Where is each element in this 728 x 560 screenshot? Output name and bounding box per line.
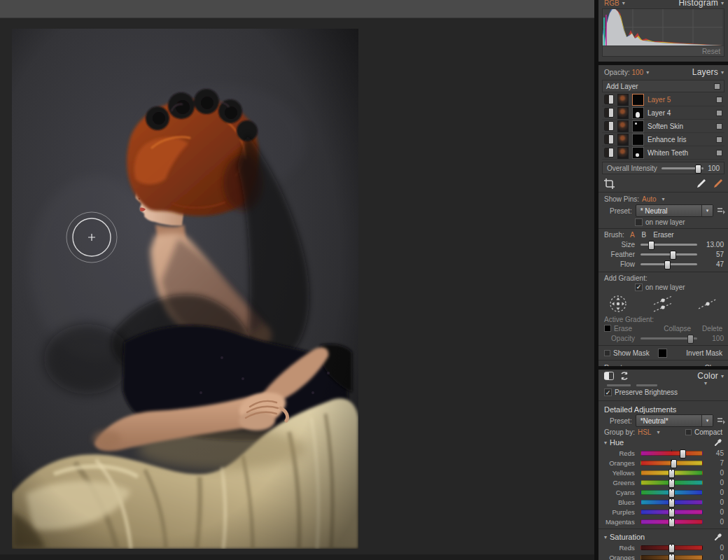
- erase-label: Erase: [614, 325, 632, 332]
- saturation-oranges-slider[interactable]: [640, 555, 703, 560]
- dropdown-arrow-icon[interactable]: ▾: [701, 415, 713, 426]
- layer-menu-icon[interactable]: [716, 136, 722, 143]
- eyedropper-icon[interactable]: [714, 533, 722, 541]
- feather-slider[interactable]: [640, 253, 697, 255]
- feather-slider-label: Feather: [598, 251, 635, 258]
- brush-eraser-button[interactable]: Eraser: [653, 231, 673, 239]
- radial-gradient-icon[interactable]: [608, 294, 628, 314]
- hue-yellows-slider[interactable]: [640, 470, 703, 475]
- gradient-on-new-layer-label: on new layer: [645, 284, 685, 291]
- compact-checkbox[interactable]: [685, 429, 692, 435]
- histogram-reset-button[interactable]: Reset: [702, 48, 720, 55]
- chevron-down-icon: ▾: [721, 0, 724, 6]
- dropdown-arrow-icon[interactable]: ▾: [701, 205, 713, 216]
- preset-menu-icon[interactable]: [717, 206, 725, 215]
- histogram-panel-header[interactable]: Histogram ▾: [679, 0, 724, 8]
- histogram-channel-selector[interactable]: RGB ▾: [604, 0, 625, 7]
- hue-reds-slider[interactable]: [640, 451, 703, 456]
- flow-slider[interactable]: [640, 263, 697, 265]
- layer-mask-thumbnail[interactable]: [632, 94, 644, 106]
- gradient-on-new-layer-checkbox[interactable]: ✓: [635, 284, 643, 291]
- layer-name[interactable]: Enhance Iris: [648, 136, 713, 144]
- layer-row-soften-skin[interactable]: Soften Skin: [602, 120, 724, 133]
- brush-b-button[interactable]: B: [642, 231, 647, 239]
- add-layer-button[interactable]: Add Layer: [602, 80, 724, 92]
- active-brush-icon[interactable]: [713, 178, 722, 188]
- layer-visibility-icon[interactable]: [604, 108, 614, 118]
- show-pins-control[interactable]: Show Pins: Auto ▾: [598, 194, 728, 204]
- layer-row-layer5[interactable]: Layer 5: [602, 93, 724, 106]
- layers-panel: Opacity: 100 ▾ Layers ▾ Add Layer Layer …: [598, 65, 728, 366]
- hue-blues-slider[interactable]: [640, 500, 703, 505]
- crop-icon[interactable]: [604, 178, 615, 189]
- portrait-photo-canvas[interactable]: [12, 29, 358, 549]
- layer-visibility-icon[interactable]: [604, 134, 614, 144]
- hue-magentas-slider[interactable]: [640, 519, 703, 524]
- histogram-plot: [603, 9, 722, 46]
- layer-row-whiten-teeth[interactable]: Whiten Teeth: [602, 146, 724, 160]
- layer-name[interactable]: Layer 4: [648, 109, 713, 117]
- on-new-layer-checkbox[interactable]: [635, 218, 643, 226]
- layer-row-enhance-iris[interactable]: Enhance Iris: [602, 133, 724, 146]
- layer-visibility-icon[interactable]: [604, 148, 614, 158]
- collapse-button[interactable]: Collapse: [664, 325, 691, 332]
- hue-row-purples: Purples 0: [598, 507, 728, 517]
- preset-menu-icon[interactable]: [717, 416, 725, 425]
- mask-color-swatch[interactable]: [658, 349, 667, 358]
- gradient-opacity-slider[interactable]: [640, 337, 697, 340]
- invert-mask-button[interactable]: Invert Mask: [686, 349, 722, 357]
- overall-intensity-label: Overall Intensity: [607, 164, 657, 172]
- hue-cyans-slider[interactable]: [640, 490, 703, 495]
- layer-visibility-icon[interactable]: [604, 94, 614, 104]
- before-after-icon[interactable]: [604, 372, 614, 380]
- layer-visibility-icon[interactable]: [604, 121, 614, 131]
- overall-intensity-slider[interactable]: [662, 167, 704, 169]
- add-layer-menu-icon[interactable]: [714, 83, 720, 90]
- layer-mask-thumbnail[interactable]: [632, 134, 644, 146]
- layer-menu-icon[interactable]: [716, 110, 722, 116]
- layer-opacity-control[interactable]: Opacity: 100 ▾: [604, 69, 649, 76]
- reset-button[interactable]: Reset: [604, 364, 622, 366]
- color-preset-dropdown[interactable]: *Neutral* ▾: [636, 414, 713, 427]
- group-by-value[interactable]: HSL: [638, 428, 651, 436]
- layers-panel-header[interactable]: Layers ▾: [692, 67, 724, 77]
- show-mask-checkbox[interactable]: [604, 350, 610, 356]
- layer-name[interactable]: Whiten Teeth: [648, 149, 713, 157]
- refresh-icon[interactable]: [620, 371, 629, 381]
- brush-a-button[interactable]: A: [630, 231, 635, 239]
- preserve-brightness-checkbox[interactable]: ✓: [604, 388, 612, 396]
- hue-section-header[interactable]: ▾ Hue: [604, 438, 624, 447]
- section-collapse-icon: ▾: [604, 534, 607, 540]
- layer-menu-icon[interactable]: [716, 123, 722, 130]
- delete-button[interactable]: Delete: [702, 325, 722, 332]
- edit-brush-icon[interactable]: [696, 178, 706, 188]
- hue-row-greens: Greens 0: [598, 477, 728, 487]
- portrait-photo: [12, 29, 358, 549]
- hue-greens-slider[interactable]: [640, 480, 703, 485]
- compact-label: Compact: [694, 428, 722, 436]
- preset-dropdown[interactable]: * Neutral ▾: [636, 204, 713, 217]
- layer-name[interactable]: Soften Skin: [648, 122, 713, 130]
- layer-name[interactable]: Layer 5: [648, 96, 713, 104]
- layer-menu-icon[interactable]: [716, 150, 722, 156]
- gradient-opacity-label: Opacity: [598, 335, 635, 342]
- layer-row-layer4[interactable]: Layer 4: [602, 106, 724, 120]
- color-panel-header[interactable]: Color ▾: [697, 371, 724, 381]
- eyedropper-icon[interactable]: [714, 438, 722, 447]
- size-slider[interactable]: [640, 244, 697, 246]
- single-gradient-icon[interactable]: [697, 295, 718, 313]
- close-button[interactable]: Close: [704, 364, 722, 366]
- saturation-reds-slider[interactable]: [640, 545, 703, 550]
- hue-purples-slider[interactable]: [640, 510, 703, 514]
- layer-mask-thumbnail[interactable]: [632, 147, 644, 159]
- hue-oranges-slider[interactable]: [640, 461, 703, 465]
- hue-magentas-value: 0: [708, 518, 724, 526]
- layer-thumbnail: [617, 107, 629, 119]
- linear-gradient-icon[interactable]: [652, 295, 673, 313]
- erase-checkbox[interactable]: [604, 325, 611, 332]
- layer-mask-thumbnail[interactable]: [632, 107, 644, 119]
- saturation-section-header[interactable]: ▾ Saturation: [604, 533, 645, 541]
- layer-mask-thumbnail[interactable]: [632, 120, 644, 132]
- layer-thumbnail: [617, 94, 629, 106]
- layer-menu-icon[interactable]: [716, 97, 722, 103]
